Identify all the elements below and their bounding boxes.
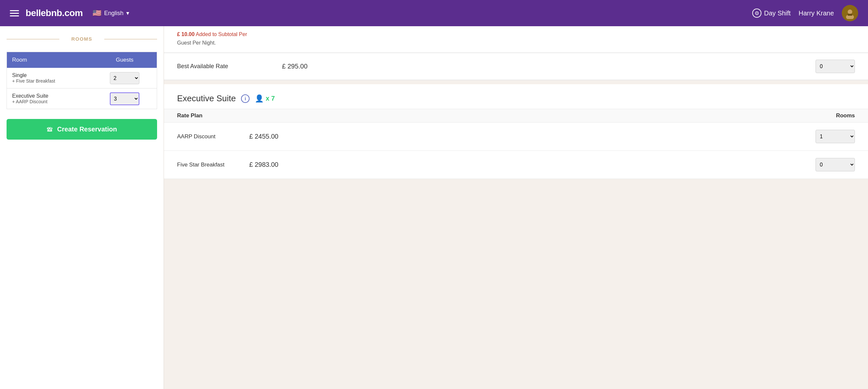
create-btn-label: Create Reservation [57, 126, 117, 133]
info-icon[interactable]: i [241, 94, 250, 103]
partial-info-section: £ 10.00 Added to Subtotal Per Guest Per … [164, 26, 868, 53]
rooms-title: ROOMS [71, 36, 92, 42]
svg-point-1 [848, 9, 852, 14]
suite-title: Executive Suite [177, 93, 236, 103]
brand-logo: bellebnb.com [26, 8, 83, 18]
header-right: ⚙ Day Shift Harry Krane [752, 5, 858, 21]
header: bellebnb.com 🇺🇸 English ▾ ⚙ Day Shift Ha… [0, 0, 868, 26]
create-reservation-button[interactable]: 🛎 Create Reservation [6, 119, 157, 140]
guests-cell-2: 1 2 3 4 [92, 89, 157, 109]
header-left: bellebnb.com 🇺🇸 English ▾ [10, 8, 129, 18]
bell-icon: 🛎 [46, 126, 53, 133]
col-guests-header: Guests [92, 52, 157, 68]
five-star-rate-row: Five Star Breakfast £ 2983.00 0 1 2 [164, 151, 868, 179]
rate-plan-col-header: Rate Plan [177, 112, 809, 119]
five-star-rate-name: Five Star Breakfast [177, 162, 243, 168]
language-selector[interactable]: 🇺🇸 English ▾ [92, 9, 129, 18]
room-sub-1: + Five Star Breakfast [12, 78, 87, 84]
five-star-rate-price: £ 2983.00 [249, 161, 809, 168]
rooms-section-header: ROOMS [6, 36, 157, 42]
main-layout: ROOMS Room Guests Single + Five Star Bre… [0, 26, 868, 389]
shift-label: Day Shift [764, 9, 790, 17]
guest-count-label: x 7 [266, 95, 275, 102]
svg-rect-3 [848, 14, 852, 16]
content-area: £ 10.00 Added to Subtotal Per Guest Per … [164, 26, 868, 389]
room-name-1: Single [12, 72, 87, 78]
partial-rate-section: £ 10.00 Added to Subtotal Per Guest Per … [164, 26, 868, 80]
room-cell-1: Single + Five Star Breakfast [7, 68, 93, 89]
best-available-label: Best Available Rate [177, 63, 275, 70]
user-name: Harry Krane [799, 9, 834, 17]
partial-info-line: £ 10.00 Added to Subtotal Per [177, 31, 855, 37]
best-available-rooms-select[interactable]: 0 1 2 [815, 60, 855, 73]
aarp-rate-row: AARP Discount £ 2455.00 0 1 2 [164, 123, 868, 151]
table-header-row: Room Guests [7, 52, 157, 68]
aarp-rooms-select[interactable]: 0 1 2 [815, 130, 855, 143]
partial-sub-text: Guest Per Night. [177, 40, 855, 46]
flag-icon: 🇺🇸 [92, 9, 101, 18]
executive-suite-section: Executive Suite i 👤 x 7 Rate Plan Rooms … [164, 84, 868, 179]
partial-info-text: Added to Subtotal Per [196, 31, 247, 37]
table-row: Single + Five Star Breakfast 1 2 3 4 [7, 68, 157, 89]
rooms-col-header: Rooms [809, 112, 855, 119]
person-icon: 👤 [255, 94, 264, 103]
guests-select-1[interactable]: 1 2 3 4 [110, 72, 140, 84]
chevron-down-icon: ▾ [126, 9, 129, 17]
hamburger-menu[interactable] [10, 10, 19, 17]
guest-count: 👤 x 7 [255, 94, 275, 103]
suite-table-header: Rate Plan Rooms [164, 109, 868, 123]
aarp-rate-price: £ 2455.00 [249, 133, 809, 140]
best-available-price: £ 295.00 [282, 63, 335, 70]
five-star-rooms-select[interactable]: 0 1 2 [815, 158, 855, 171]
rooms-table: Room Guests Single + Five Star Breakfast… [6, 52, 157, 109]
best-available-rate-row: Best Available Rate £ 295.00 0 1 2 [164, 53, 868, 80]
col-room-header: Room [7, 52, 93, 68]
gear-icon: ⚙ [752, 8, 762, 18]
aarp-rate-name: AARP Discount [177, 133, 243, 140]
language-label: English [104, 10, 123, 17]
user-avatar[interactable] [842, 5, 858, 21]
room-name-2: Executive Suite [12, 93, 87, 99]
guests-select-2[interactable]: 1 2 3 4 [110, 92, 140, 105]
sidebar-panel: ROOMS Room Guests Single + Five Star Bre… [0, 26, 164, 389]
guests-cell-1: 1 2 3 4 [92, 68, 157, 89]
suite-header: Executive Suite i 👤 x 7 [164, 84, 868, 109]
room-sub-2: + AARP Discount [12, 99, 87, 104]
room-cell-2: Executive Suite + AARP Discount [7, 89, 93, 109]
table-row: Executive Suite + AARP Discount 1 2 3 4 [7, 89, 157, 109]
day-shift-indicator[interactable]: ⚙ Day Shift [752, 8, 790, 18]
